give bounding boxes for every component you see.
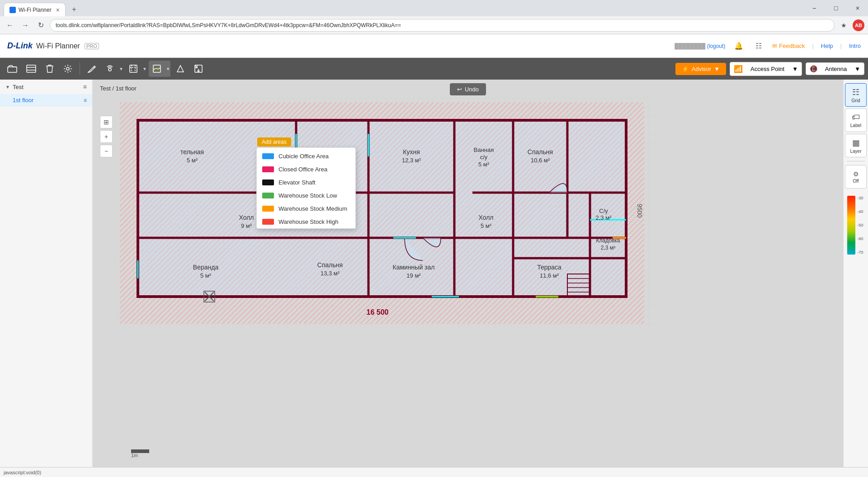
back-btn[interactable]: ← (4, 19, 16, 32)
forward-btn[interactable]: → (19, 19, 32, 32)
svg-text:11,6 м²: 11,6 м² (540, 272, 559, 279)
svg-text:16 500: 16 500 (367, 308, 389, 316)
svg-text:13,3 м²: 13,3 м² (321, 270, 340, 277)
toolbar-divider-1 (80, 62, 80, 75)
svg-text:Ванная: Ванная (474, 146, 494, 153)
scale-bar (847, 196, 855, 255)
warehouse-low-label: Warehouse Stock Low (278, 192, 337, 199)
open-btn[interactable] (4, 61, 21, 77)
svg-text:12,3 м²: 12,3 м² (402, 157, 421, 164)
svg-text:5 м²: 5 м² (481, 222, 492, 229)
grid-panel-icon: ☷ (852, 87, 859, 97)
right-panel-separator (847, 161, 865, 161)
floor-plan-svg: тельная 5 м² спальня 8,4 м² Кухня 12,3 м… (115, 98, 658, 333)
heatmap-tool-dropdown[interactable]: ▼ (149, 61, 170, 77)
cubicle-color (262, 153, 274, 159)
svg-text:2,3 м²: 2,3 м² (601, 245, 615, 251)
project-menu-btn[interactable]: ≡ (83, 83, 87, 90)
undo-label: Undo (465, 86, 479, 93)
elevator-shaft-item[interactable]: Elevator Shaft (257, 176, 355, 189)
user-avatar: AB (853, 19, 864, 31)
status-text: javascript:void(0) (4, 470, 41, 475)
intro-link[interactable]: Intro (849, 43, 861, 49)
elevator-color (262, 179, 274, 185)
off-panel-icon: ⚙ (853, 170, 859, 178)
label-panel-btn[interactable]: 🏷 Label (845, 109, 867, 132)
svg-text:Холл: Холл (479, 214, 494, 221)
scale-ruler: 1m (131, 451, 149, 458)
warehouse-low-item[interactable]: Warehouse Stock Low (257, 189, 355, 202)
warehouse-medium-item[interactable]: Warehouse Stock Medium (257, 202, 355, 215)
notifications-btn[interactable]: 🔔 (732, 40, 745, 52)
logo-area: D-Link Wi-Fi Planner PRO (7, 41, 99, 51)
zoom-out-btn[interactable]: − (100, 145, 113, 157)
closed-office-color (262, 166, 274, 172)
svg-text:9500: 9500 (636, 203, 643, 217)
svg-text:9 м²: 9 м² (241, 222, 252, 229)
feedback-btn[interactable]: ✉ Feedback (772, 43, 805, 49)
pro-badge: PRO (85, 43, 99, 49)
close-btn[interactable]: × (847, 2, 868, 14)
sidebar: ▼ Test ≡ 1st floor ≡ (0, 80, 93, 467)
grid-panel-label: Grid (852, 98, 860, 103)
bookmark-btn[interactable]: ★ (837, 19, 850, 32)
fit-view-btn[interactable]: ⊞ (100, 116, 113, 128)
logout-link[interactable]: (logout) (707, 43, 726, 49)
reload-btn[interactable]: ↻ (34, 19, 47, 32)
layer-panel-icon: ▦ (852, 138, 860, 148)
warehouse-low-color (262, 193, 274, 198)
delete-btn[interactable] (42, 61, 58, 77)
svg-text:Терраса: Терраса (537, 264, 561, 271)
svg-text:Спальня: Спальня (528, 148, 553, 156)
floors-btn[interactable] (23, 61, 40, 77)
settings-btn[interactable] (60, 61, 76, 77)
area-dropdown-arrow: ▼ (142, 66, 147, 71)
svg-rect-0 (8, 67, 17, 72)
sidebar-project-item[interactable]: ▼ Test ≡ (0, 80, 92, 94)
svg-point-4 (66, 67, 69, 70)
antenna-select[interactable]: 📵 Antenna ▼ (806, 62, 864, 75)
off-panel-btn[interactable]: ⚙ Off (845, 165, 867, 189)
obstacle-btn[interactable] (172, 61, 189, 77)
closed-office-label: Closed Office Area (278, 166, 327, 173)
zoom-in-btn[interactable]: + (100, 130, 113, 143)
svg-text:5 м²: 5 м² (478, 161, 490, 168)
layer-panel-btn[interactable]: ▦ Layer (845, 134, 867, 157)
scale-label: 1m (131, 453, 138, 458)
label-panel-label: Label (850, 123, 861, 128)
svg-text:Спальня: Спальня (317, 261, 343, 269)
project-collapse-arrow: ▼ (5, 85, 10, 90)
draw-btn[interactable] (84, 61, 100, 77)
canvas-area: Test / 1st floor ↩ Undo ⊞ + − (93, 80, 843, 467)
tab-favicon (9, 7, 16, 13)
svg-text:2,3 м²: 2,3 м² (596, 214, 612, 221)
area-tool-dropdown[interactable]: ▼ (125, 61, 147, 77)
heatmap-btn[interactable] (149, 61, 165, 77)
advisor-btn[interactable]: ⚡ Advisor ▼ (675, 63, 726, 75)
ap-btn[interactable] (102, 61, 118, 77)
floor-menu-btn[interactable]: ≡ (84, 97, 87, 104)
maximize-btn[interactable]: □ (826, 2, 846, 14)
new-tab-btn[interactable]: + (67, 3, 81, 16)
undo-btn[interactable]: ↩ Undo (450, 83, 486, 95)
svg-text:10,6 м²: 10,6 м² (531, 157, 550, 164)
help-link[interactable]: Help (821, 43, 833, 49)
svg-text:Кухня: Кухня (403, 148, 420, 156)
signal-scale: -30 -40 -50 -60 -70 (847, 196, 864, 255)
sidebar-floor-item[interactable]: 1st floor ≡ (0, 94, 92, 106)
address-bar[interactable] (50, 19, 835, 32)
minimize-btn[interactable]: − (804, 2, 825, 14)
tab-close-btn[interactable]: × (56, 6, 60, 14)
access-point-select[interactable]: 📶 Access Point ▼ (730, 62, 802, 76)
warehouse-high-item[interactable]: Warehouse Stock High (257, 215, 355, 228)
export-btn[interactable] (190, 61, 207, 77)
scale-labels: -30 -40 -50 -60 -70 (856, 196, 864, 255)
grid-panel-btn[interactable]: ☷ Grid (845, 83, 867, 107)
browser-tab[interactable]: Wi-Fi Planner × (4, 3, 66, 16)
ap-tool-dropdown[interactable]: ▼ (102, 61, 123, 77)
closed-office-area-item[interactable]: Closed Office Area (257, 163, 355, 176)
svg-rect-1 (27, 65, 36, 72)
cubicle-office-area-item[interactable]: Cubicle Office Area (257, 150, 355, 163)
area-btn[interactable] (125, 61, 142, 77)
grid-view-btn[interactable]: ☷ (752, 40, 765, 52)
